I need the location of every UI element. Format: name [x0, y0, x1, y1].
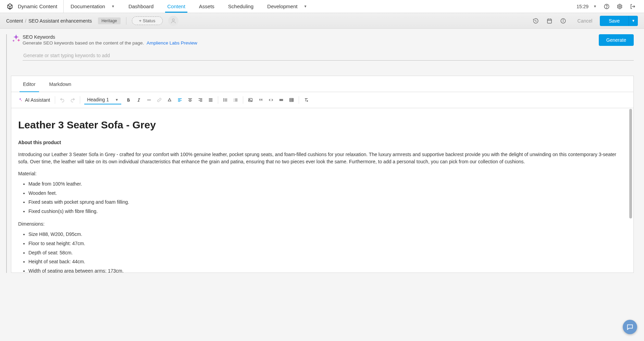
- seo-keywords-block: SEO Keywords Generate SEO keywords based…: [11, 34, 644, 46]
- cancel-button[interactable]: Cancel: [578, 18, 593, 24]
- link-icon[interactable]: [154, 95, 164, 105]
- nav-content[interactable]: Content: [160, 0, 192, 13]
- italic-icon[interactable]: [134, 95, 144, 105]
- page-body: SEO Keywords Generate SEO keywords based…: [0, 34, 644, 273]
- nav-right: 15:29 ▼: [573, 0, 644, 13]
- heading-select-label: Heading 1: [87, 97, 109, 102]
- editor-toolbar: AI Assistant Heading 1 ▼: [11, 92, 633, 108]
- nav-development[interactable]: Development ▼: [260, 0, 314, 13]
- top-nav: Dynamic Content Documentation ▼ Dashboar…: [0, 0, 644, 13]
- divider: [126, 17, 126, 25]
- intro-paragraph[interactable]: Introducing our Leather 3 Seater Sofa in…: [18, 151, 627, 165]
- nav-assets[interactable]: Assets: [192, 0, 221, 13]
- code-icon[interactable]: [266, 95, 276, 105]
- list-item[interactable]: Size H88, W200, D95cm.: [28, 230, 627, 239]
- dimensions-list[interactable]: Size H88, W200, D95cm. Floor to seat hei…: [18, 230, 627, 273]
- brand: Dynamic Content: [0, 0, 64, 13]
- history-icon[interactable]: [529, 14, 543, 28]
- svg-point-6: [563, 20, 563, 20]
- seo-input-row: [23, 51, 634, 61]
- list-item[interactable]: Floor to seat height: 47cm.: [28, 239, 627, 248]
- align-left-icon[interactable]: [175, 95, 185, 105]
- chat-fab-button[interactable]: [623, 320, 637, 334]
- avatar-placeholder-icon[interactable]: [168, 16, 178, 26]
- editor-card: Editor Markdown AI Assistant Heading 1 ▼: [11, 76, 634, 273]
- svg-point-1: [606, 8, 607, 8]
- dimensions-label[interactable]: Dimensions:: [18, 220, 627, 228]
- bullet-list-icon[interactable]: [220, 95, 231, 105]
- nav-time-label: 15:29: [577, 4, 589, 9]
- scrollbar-thumb[interactable]: [629, 109, 632, 218]
- about-label[interactable]: About this product: [18, 139, 627, 146]
- help-icon[interactable]: [600, 0, 613, 13]
- heritage-badge: Heritage: [98, 17, 120, 24]
- ai-assistant-label: AI Assistant: [25, 97, 50, 103]
- nav-assets-label: Assets: [199, 3, 214, 9]
- anchor-icon[interactable]: [164, 95, 175, 105]
- nav-documentation-label: Documentation: [71, 3, 105, 9]
- brand-text: Dynamic Content: [18, 3, 57, 9]
- heading-select[interactable]: Heading 1 ▼: [84, 96, 121, 104]
- seo-preview-link[interactable]: Amplience Labs Preview: [147, 40, 197, 46]
- strikethrough-icon[interactable]: [144, 95, 154, 105]
- info-icon[interactable]: [556, 14, 570, 28]
- nav-left: Documentation ▼ Dashboard Content Assets…: [64, 0, 314, 13]
- numbered-list-icon[interactable]: 123: [231, 95, 241, 105]
- svg-rect-15: [290, 98, 294, 101]
- editor-tabs: Editor Markdown: [11, 76, 633, 92]
- calendar-icon[interactable]: [543, 14, 556, 28]
- nav-dashboard[interactable]: Dashboard: [122, 0, 160, 13]
- brand-logo-icon: [6, 3, 14, 10]
- settings-icon[interactable]: [613, 0, 626, 13]
- horizontal-rule-icon[interactable]: [276, 95, 286, 105]
- editor-content-area[interactable]: Leather 3 Seater Sofa - Grey About this …: [11, 108, 633, 273]
- toolbar-separator: [80, 96, 80, 104]
- clear-format-icon[interactable]: [301, 95, 311, 105]
- bold-icon[interactable]: [123, 95, 134, 105]
- svg-point-8: [224, 100, 224, 100]
- list-item[interactable]: Fixed seats with pocket sprung and foam …: [28, 198, 627, 207]
- content-heading[interactable]: Leather 3 Seater Sofa - Grey: [18, 119, 627, 131]
- material-list[interactable]: Made from 100% leather. Wooden feet. Fix…: [18, 179, 627, 216]
- material-label[interactable]: Material:: [18, 170, 627, 177]
- save-button[interactable]: Save: [600, 16, 629, 26]
- list-item[interactable]: Fixed cushion(s) with fibre filling.: [28, 207, 627, 216]
- nav-development-label: Development: [267, 3, 297, 9]
- svg-rect-4: [547, 19, 552, 23]
- undo-icon[interactable]: [57, 95, 67, 105]
- redo-icon[interactable]: [67, 95, 78, 105]
- seo-keywords-input[interactable]: [23, 51, 634, 61]
- logout-icon[interactable]: [626, 0, 639, 13]
- nav-documentation[interactable]: Documentation ▼: [64, 0, 122, 13]
- subbar-right: Cancel Save ▼: [529, 14, 638, 28]
- list-item[interactable]: Height of seat back: 44cm.: [28, 257, 627, 266]
- save-button-group: Save ▼: [600, 16, 638, 26]
- list-item[interactable]: Made from 100% leather.: [28, 179, 627, 189]
- list-item[interactable]: Depth of seat: 58cm.: [28, 248, 627, 257]
- generate-button[interactable]: Generate: [599, 34, 634, 46]
- svg-point-9: [224, 101, 224, 101]
- nav-scheduling[interactable]: Scheduling: [221, 0, 260, 13]
- quote-icon[interactable]: [256, 95, 266, 105]
- table-icon[interactable]: [286, 95, 297, 105]
- save-dropdown-button[interactable]: ▼: [629, 16, 638, 26]
- breadcrumb-separator: /: [25, 18, 26, 24]
- list-item[interactable]: Wooden feet.: [28, 189, 627, 198]
- tab-editor[interactable]: Editor: [16, 76, 42, 92]
- sparkle-icon: [11, 34, 23, 45]
- list-item[interactable]: Width of seating area between arms: 173c…: [28, 266, 627, 273]
- align-justify-icon[interactable]: [206, 95, 216, 105]
- sub-bar: Content / SEO Assistant enhancements Her…: [0, 13, 644, 29]
- nav-dashboard-label: Dashboard: [128, 3, 153, 9]
- ai-assistant-button[interactable]: AI Assistant: [15, 97, 53, 103]
- svg-text:3: 3: [234, 100, 235, 102]
- align-right-icon[interactable]: [195, 95, 206, 105]
- add-status-chip[interactable]: + Status: [132, 16, 163, 25]
- image-icon[interactable]: [245, 95, 256, 105]
- tab-markdown[interactable]: Markdown: [42, 76, 78, 92]
- nav-time-dropdown[interactable]: 15:29 ▼: [573, 4, 600, 9]
- svg-point-3: [172, 19, 174, 21]
- align-center-icon[interactable]: [185, 95, 195, 105]
- breadcrumb-root[interactable]: Content: [6, 18, 23, 24]
- nav-scheduling-label: Scheduling: [228, 3, 253, 9]
